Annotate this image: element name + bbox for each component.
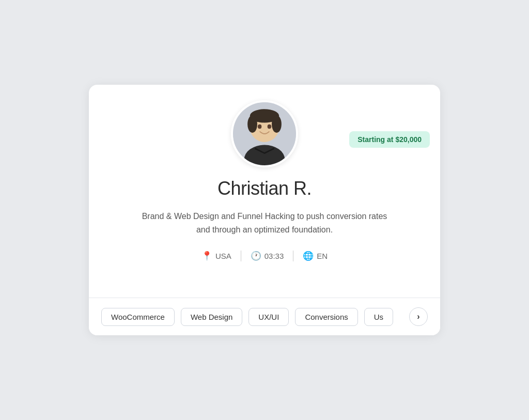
language-info: 🌐 EN — [293, 251, 337, 261]
tags-section: WooCommerce Web Design UX/UI Conversions… — [89, 298, 440, 335]
language-icon: 🌐 — [303, 251, 314, 261]
svg-point-6 — [258, 125, 262, 129]
language-text: EN — [317, 252, 328, 260]
more-tags-button[interactable]: › — [409, 307, 428, 326]
location-text: USA — [215, 252, 231, 260]
tag-woocommerce[interactable]: WooCommerce — [101, 308, 175, 326]
svg-point-4 — [247, 115, 257, 133]
profile-description: Brand & Web Design and Funnel Hacking to… — [135, 210, 394, 236]
tag-ux-ui[interactable]: UX/UI — [248, 308, 289, 326]
time-info: 🕐 03:33 — [241, 251, 294, 261]
svg-point-5 — [272, 115, 282, 133]
tag-web-design[interactable]: Web Design — [181, 308, 242, 326]
time-text: 03:33 — [264, 252, 284, 260]
location-info: 📍 USA — [192, 251, 241, 261]
tag-us[interactable]: Us — [364, 308, 393, 326]
profile-card: Starting at $20,000 Christian R. Brand &… — [89, 85, 440, 335]
clock-icon: 🕐 — [251, 251, 261, 261]
avatar — [231, 100, 298, 167]
card-main-content: Starting at $20,000 Christian R. Brand &… — [89, 121, 440, 298]
price-badge: Starting at $20,000 — [349, 131, 430, 148]
location-icon: 📍 — [201, 251, 212, 261]
meta-info-row: 📍 USA 🕐 03:33 🌐 EN — [115, 251, 414, 261]
tag-conversions[interactable]: Conversions — [295, 308, 357, 326]
svg-point-7 — [268, 125, 272, 129]
person-name: Christian R. — [115, 178, 414, 199]
